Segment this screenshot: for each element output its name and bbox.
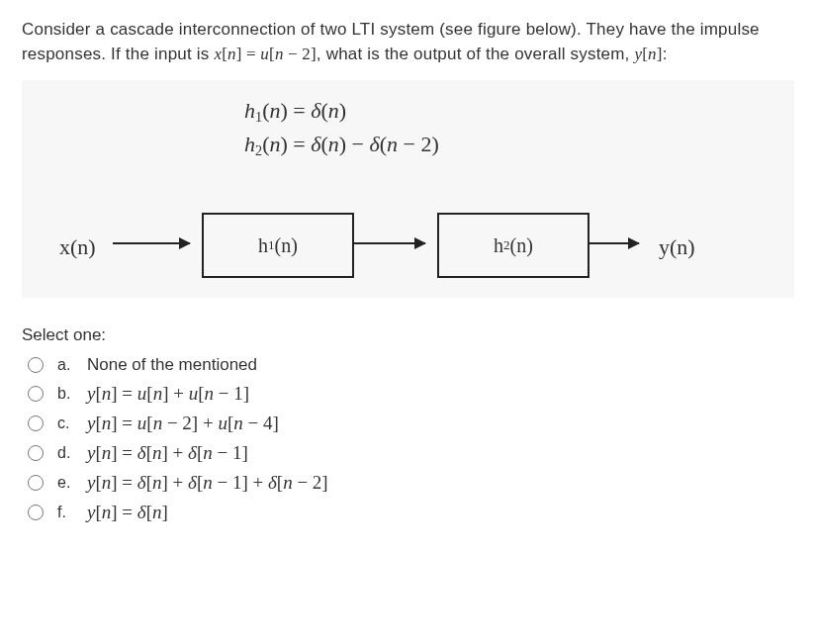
input-label: x(n) bbox=[59, 234, 96, 260]
option-radio[interactable] bbox=[28, 386, 44, 402]
option-text: y[n] = u[n] + u[n − 1] bbox=[87, 383, 249, 405]
option-letter: d. bbox=[57, 444, 77, 462]
select-one-label: Select one: bbox=[22, 325, 794, 345]
option-text: y[n] = δ[n] + δ[n − 1] + δ[n − 2] bbox=[87, 472, 328, 494]
option-letter: e. bbox=[57, 474, 77, 492]
option-radio[interactable] bbox=[28, 445, 44, 461]
figure-panel: h1(n) = δ(n) h2(n) = δ(n) − δ(n − 2) x(n… bbox=[22, 80, 794, 298]
question-text: Consider a cascade interconnection of tw… bbox=[22, 18, 794, 66]
output-label: y(n) bbox=[659, 234, 695, 260]
option-text: y[n] = δ[n] + δ[n − 1] bbox=[87, 442, 248, 464]
arrow-icon bbox=[113, 242, 190, 244]
options-list: a.None of the mentionedb.y[n] = u[n] + u… bbox=[22, 351, 794, 527]
option-row-b[interactable]: b.y[n] = u[n] + u[n − 1] bbox=[22, 379, 794, 409]
option-row-a[interactable]: a.None of the mentioned bbox=[22, 351, 794, 379]
option-text: y[n] = u[n − 2] + u[n − 4] bbox=[87, 413, 279, 434]
figure-equations: h1(n) = δ(n) h2(n) = δ(n) − δ(n − 2) bbox=[244, 94, 439, 161]
h2-block: h2(n) bbox=[437, 213, 589, 278]
option-radio[interactable] bbox=[28, 357, 44, 373]
option-letter: b. bbox=[57, 385, 77, 403]
arrow-icon bbox=[354, 242, 425, 244]
option-letter: f. bbox=[57, 504, 77, 521]
option-radio[interactable] bbox=[28, 475, 44, 491]
option-letter: a. bbox=[57, 356, 77, 374]
h1-block: h1(n) bbox=[202, 213, 354, 278]
figure-eq2: h2(n) = δ(n) − δ(n − 2) bbox=[244, 128, 439, 161]
option-radio[interactable] bbox=[28, 415, 44, 431]
arrow-icon bbox=[589, 242, 639, 244]
option-radio[interactable] bbox=[28, 505, 44, 520]
option-row-d[interactable]: d.y[n] = δ[n] + δ[n − 1] bbox=[22, 438, 794, 468]
option-row-c[interactable]: c.y[n] = u[n − 2] + u[n − 4] bbox=[22, 409, 794, 438]
option-row-e[interactable]: e.y[n] = δ[n] + δ[n − 1] + δ[n − 2] bbox=[22, 468, 794, 498]
option-text: None of the mentioned bbox=[87, 355, 257, 375]
option-letter: c. bbox=[57, 414, 77, 432]
option-text: y[n] = δ[n] bbox=[87, 502, 168, 523]
figure-eq1: h1(n) = δ(n) bbox=[244, 94, 439, 128]
option-row-f[interactable]: f.y[n] = δ[n] bbox=[22, 498, 794, 527]
